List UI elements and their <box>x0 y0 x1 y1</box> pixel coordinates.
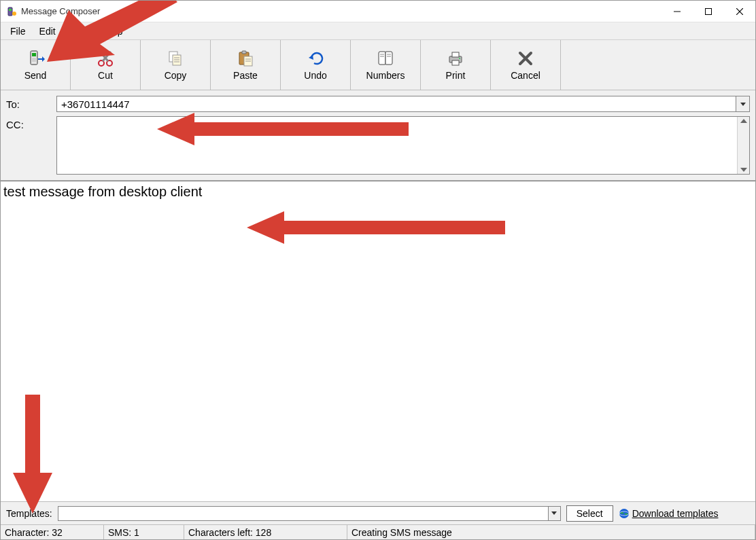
cut-button[interactable]: Cut <box>71 40 141 90</box>
globe-icon <box>619 508 630 519</box>
templates-dropdown-button[interactable] <box>548 507 560 520</box>
svg-point-31 <box>459 58 460 59</box>
download-templates-label: Download templates <box>632 508 719 519</box>
menu-edit[interactable]: Edit <box>33 22 63 39</box>
undo-label: Undo <box>304 70 326 81</box>
svg-rect-30 <box>452 60 459 65</box>
templates-row: Templates: Select Download templates <box>1 501 755 524</box>
download-templates-link[interactable]: Download templates <box>619 508 719 519</box>
menu-view[interactable]: View <box>63 22 97 39</box>
svg-rect-20 <box>242 51 246 54</box>
svg-point-2 <box>12 12 16 16</box>
toolbar: Send Cut Copy <box>1 40 755 90</box>
undo-button[interactable]: Undo <box>281 40 351 90</box>
to-input[interactable] <box>56 96 750 112</box>
print-label: Print <box>446 70 466 81</box>
scroll-down-icon[interactable] <box>740 168 747 172</box>
copy-label: Copy <box>165 70 187 81</box>
svg-rect-1 <box>9 9 12 11</box>
cc-label: CC: <box>6 116 51 130</box>
phone-send-icon <box>26 49 45 68</box>
svg-line-6 <box>736 8 743 15</box>
cc-listbox[interactable] <box>56 116 750 175</box>
svg-rect-0 <box>8 7 12 16</box>
select-label: Select <box>577 508 603 519</box>
svg-line-5 <box>736 8 743 15</box>
numbers-button[interactable]: Numbers <box>351 40 421 90</box>
address-book-icon <box>376 49 395 68</box>
cancel-label: Cancel <box>511 70 540 81</box>
cc-scrollbar[interactable] <box>737 117 749 174</box>
to-label: To: <box>6 96 51 110</box>
paste-label: Paste <box>233 70 258 81</box>
svg-rect-4 <box>706 8 712 14</box>
paste-icon <box>236 49 255 68</box>
to-dropdown-button[interactable] <box>736 96 749 111</box>
window-close-button[interactable] <box>724 1 755 22</box>
status-characters-left: Characters left: 128 <box>184 525 347 539</box>
copy-icon <box>166 49 185 68</box>
menu-bar: File Edit View Help <box>1 22 755 40</box>
window-title: Message Composer <box>21 6 100 16</box>
message-body-wrapper <box>1 181 755 501</box>
cancel-x-icon <box>516 49 535 68</box>
send-button[interactable]: Send <box>1 40 71 90</box>
send-label: Send <box>24 70 47 81</box>
status-character: Character: 32 <box>1 525 104 539</box>
status-info: Creating SMS message <box>347 525 755 539</box>
copy-button[interactable]: Copy <box>141 40 211 90</box>
select-button[interactable]: Select <box>566 505 613 522</box>
undo-icon <box>306 49 325 68</box>
svg-rect-9 <box>32 58 36 62</box>
title-bar: Message Composer <box>1 1 755 22</box>
svg-rect-8 <box>32 53 36 56</box>
menu-help[interactable]: Help <box>97 22 130 39</box>
message-body[interactable] <box>1 181 755 501</box>
app-icon <box>5 6 16 17</box>
menu-file[interactable]: File <box>3 22 33 39</box>
print-button[interactable]: Print <box>421 40 491 90</box>
cut-label: Cut <box>98 70 113 81</box>
scroll-up-icon[interactable] <box>740 119 747 123</box>
templates-combobox[interactable] <box>58 506 561 521</box>
templates-label: Templates: <box>6 508 52 519</box>
window-maximize-button[interactable] <box>693 1 724 22</box>
to-combobox[interactable] <box>56 96 750 112</box>
svg-rect-29 <box>452 52 459 57</box>
printer-icon <box>446 49 465 68</box>
status-bar: Character: 32 SMS: 1 Characters left: 12… <box>1 524 755 539</box>
paste-button[interactable]: Paste <box>211 40 281 90</box>
window-minimize-button[interactable] <box>662 1 693 22</box>
numbers-label: Numbers <box>366 70 405 81</box>
scissors-icon <box>96 49 115 68</box>
header-fields: To: CC: <box>1 90 755 181</box>
cancel-button[interactable]: Cancel <box>491 40 561 90</box>
status-sms: SMS: 1 <box>104 525 184 539</box>
